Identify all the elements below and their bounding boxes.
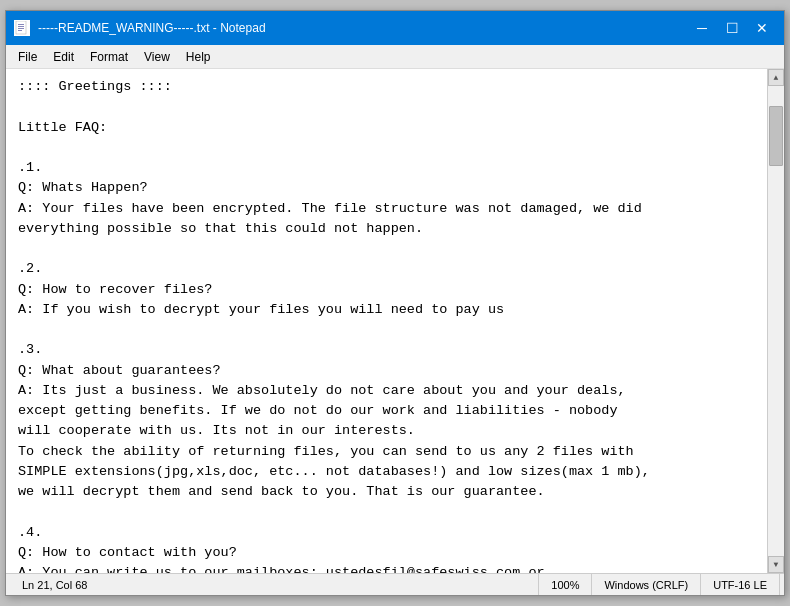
- content-area: ▲ ▼: [6, 69, 784, 573]
- svg-rect-4: [18, 30, 22, 31]
- menu-edit[interactable]: Edit: [45, 48, 82, 66]
- window-title: -----README_WARNING-----.txt - Notepad: [38, 21, 266, 35]
- close-button[interactable]: ✕: [748, 17, 776, 39]
- scroll-track[interactable]: [768, 86, 784, 556]
- notepad-icon: [14, 20, 30, 36]
- text-editor[interactable]: [6, 69, 767, 573]
- encoding: UTF-16 LE: [701, 574, 780, 595]
- menu-format[interactable]: Format: [82, 48, 136, 66]
- line-ending: Windows (CRLF): [592, 574, 701, 595]
- title-bar: -----README_WARNING-----.txt - Notepad ─…: [6, 11, 784, 45]
- status-bar: Ln 21, Col 68 100% Windows (CRLF) UTF-16…: [6, 573, 784, 595]
- scroll-down-button[interactable]: ▼: [768, 556, 784, 573]
- svg-rect-2: [18, 26, 24, 27]
- scroll-up-button[interactable]: ▲: [768, 69, 784, 86]
- svg-rect-1: [18, 24, 24, 25]
- maximize-button[interactable]: ☐: [718, 17, 746, 39]
- title-bar-controls: ─ ☐ ✕: [688, 17, 776, 39]
- menu-file[interactable]: File: [10, 48, 45, 66]
- title-bar-left: -----README_WARNING-----.txt - Notepad: [14, 20, 266, 36]
- minimize-button[interactable]: ─: [688, 17, 716, 39]
- zoom-level: 100%: [539, 574, 592, 595]
- menu-help[interactable]: Help: [178, 48, 219, 66]
- vertical-scrollbar[interactable]: ▲ ▼: [767, 69, 784, 573]
- svg-rect-3: [18, 28, 24, 29]
- scroll-thumb[interactable]: [769, 106, 783, 166]
- menu-bar: File Edit Format View Help: [6, 45, 784, 69]
- svg-rect-0: [16, 21, 26, 34]
- cursor-position: Ln 21, Col 68: [10, 574, 539, 595]
- notepad-window: -----README_WARNING-----.txt - Notepad ─…: [5, 10, 785, 596]
- menu-view[interactable]: View: [136, 48, 178, 66]
